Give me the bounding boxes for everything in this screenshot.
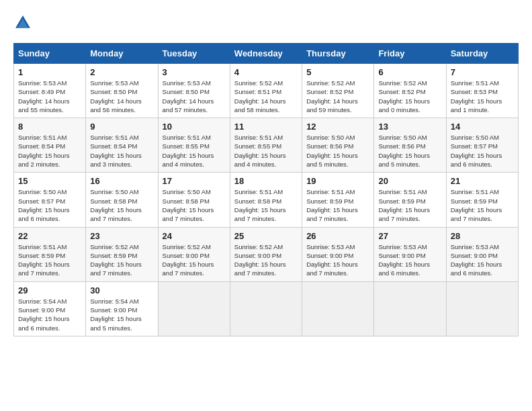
col-header-thursday: Thursday bbox=[302, 44, 374, 64]
day-number: 27 bbox=[378, 231, 441, 241]
day-detail: Sunrise: 5:53 AM Sunset: 9:00 PM Dayligh… bbox=[306, 242, 369, 278]
calendar-table: SundayMondayTuesdayWednesdayThursdayFrid… bbox=[13, 43, 519, 336]
day-number: 15 bbox=[18, 176, 81, 186]
col-header-wednesday: Wednesday bbox=[230, 44, 302, 64]
day-number: 3 bbox=[163, 67, 226, 77]
calendar-cell: 16 Sunrise: 5:50 AM Sunset: 8:58 PM Dayl… bbox=[86, 173, 158, 227]
calendar-cell bbox=[302, 281, 374, 336]
day-number: 11 bbox=[234, 122, 298, 132]
day-number: 18 bbox=[234, 176, 298, 186]
calendar-header-row: SundayMondayTuesdayWednesdayThursdayFrid… bbox=[14, 44, 519, 64]
calendar-cell: 5 Sunrise: 5:52 AM Sunset: 8:52 PM Dayli… bbox=[302, 64, 374, 118]
calendar-cell: 24 Sunrise: 5:52 AM Sunset: 9:00 PM Dayl… bbox=[158, 227, 230, 281]
day-detail: Sunrise: 5:50 AM Sunset: 8:56 PM Dayligh… bbox=[378, 133, 441, 169]
calendar-cell bbox=[446, 281, 518, 336]
day-number: 4 bbox=[234, 67, 298, 77]
col-header-tuesday: Tuesday bbox=[158, 44, 230, 64]
calendar-week-row: 15 Sunrise: 5:50 AM Sunset: 8:57 PM Dayl… bbox=[14, 173, 519, 227]
day-detail: Sunrise: 5:53 AM Sunset: 8:50 PM Dayligh… bbox=[163, 79, 226, 114]
day-number: 16 bbox=[90, 176, 153, 186]
day-detail: Sunrise: 5:50 AM Sunset: 8:57 PM Dayligh… bbox=[451, 133, 514, 169]
day-detail: Sunrise: 5:51 AM Sunset: 8:59 PM Dayligh… bbox=[451, 187, 514, 223]
calendar-cell: 4 Sunrise: 5:52 AM Sunset: 8:51 PM Dayli… bbox=[230, 64, 302, 118]
day-detail: Sunrise: 5:51 AM Sunset: 8:54 PM Dayligh… bbox=[18, 133, 81, 169]
day-detail: Sunrise: 5:51 AM Sunset: 8:55 PM Dayligh… bbox=[234, 133, 298, 169]
calendar-cell: 20 Sunrise: 5:51 AM Sunset: 8:59 PM Dayl… bbox=[374, 173, 446, 227]
day-number: 7 bbox=[451, 67, 514, 77]
day-detail: Sunrise: 5:53 AM Sunset: 9:00 PM Dayligh… bbox=[451, 242, 514, 278]
calendar-cell: 30 Sunrise: 5:54 AM Sunset: 9:00 PM Dayl… bbox=[86, 281, 158, 336]
day-detail: Sunrise: 5:52 AM Sunset: 9:00 PM Dayligh… bbox=[163, 242, 226, 278]
day-number: 21 bbox=[451, 176, 514, 186]
day-number: 28 bbox=[451, 231, 514, 241]
calendar-cell: 26 Sunrise: 5:53 AM Sunset: 9:00 PM Dayl… bbox=[302, 227, 374, 281]
calendar-week-row: 29 Sunrise: 5:54 AM Sunset: 9:00 PM Dayl… bbox=[14, 281, 519, 336]
calendar-cell: 15 Sunrise: 5:50 AM Sunset: 8:57 PM Dayl… bbox=[14, 173, 86, 227]
day-number: 26 bbox=[306, 231, 369, 241]
col-header-friday: Friday bbox=[374, 44, 446, 64]
calendar-cell: 28 Sunrise: 5:53 AM Sunset: 9:00 PM Dayl… bbox=[446, 227, 518, 281]
calendar-cell: 23 Sunrise: 5:52 AM Sunset: 8:59 PM Dayl… bbox=[86, 227, 158, 281]
day-detail: Sunrise: 5:53 AM Sunset: 8:50 PM Dayligh… bbox=[90, 79, 153, 114]
calendar-cell: 22 Sunrise: 5:51 AM Sunset: 8:59 PM Dayl… bbox=[14, 227, 86, 281]
day-number: 22 bbox=[18, 231, 81, 241]
calendar-cell: 10 Sunrise: 5:51 AM Sunset: 8:55 PM Dayl… bbox=[158, 118, 230, 173]
calendar-week-row: 22 Sunrise: 5:51 AM Sunset: 8:59 PM Dayl… bbox=[14, 227, 519, 281]
day-number: 8 bbox=[18, 122, 81, 132]
day-detail: Sunrise: 5:51 AM Sunset: 8:59 PM Dayligh… bbox=[378, 187, 441, 223]
day-number: 2 bbox=[90, 67, 153, 77]
page-header bbox=[13, 13, 519, 32]
day-detail: Sunrise: 5:51 AM Sunset: 8:55 PM Dayligh… bbox=[163, 133, 226, 169]
calendar-cell: 19 Sunrise: 5:51 AM Sunset: 8:59 PM Dayl… bbox=[302, 173, 374, 227]
calendar-cell: 21 Sunrise: 5:51 AM Sunset: 8:59 PM Dayl… bbox=[446, 173, 518, 227]
day-number: 20 bbox=[378, 176, 441, 186]
day-number: 6 bbox=[378, 67, 441, 77]
col-header-sunday: Sunday bbox=[14, 44, 86, 64]
calendar-cell: 6 Sunrise: 5:52 AM Sunset: 8:52 PM Dayli… bbox=[374, 64, 446, 118]
day-detail: Sunrise: 5:51 AM Sunset: 8:53 PM Dayligh… bbox=[451, 79, 514, 114]
day-number: 10 bbox=[163, 122, 226, 132]
day-detail: Sunrise: 5:51 AM Sunset: 8:54 PM Dayligh… bbox=[90, 133, 153, 169]
day-number: 1 bbox=[18, 67, 81, 77]
logo-icon bbox=[13, 13, 32, 32]
day-detail: Sunrise: 5:50 AM Sunset: 8:57 PM Dayligh… bbox=[18, 187, 81, 223]
col-header-monday: Monday bbox=[86, 44, 158, 64]
calendar-cell bbox=[158, 281, 230, 336]
day-number: 12 bbox=[306, 122, 369, 132]
day-number: 24 bbox=[163, 231, 226, 241]
day-number: 30 bbox=[90, 285, 153, 295]
day-number: 5 bbox=[306, 67, 369, 77]
day-detail: Sunrise: 5:51 AM Sunset: 8:59 PM Dayligh… bbox=[306, 187, 369, 223]
day-detail: Sunrise: 5:52 AM Sunset: 8:51 PM Dayligh… bbox=[234, 79, 298, 114]
calendar-cell: 14 Sunrise: 5:50 AM Sunset: 8:57 PM Dayl… bbox=[446, 118, 518, 173]
calendar-cell: 18 Sunrise: 5:51 AM Sunset: 8:58 PM Dayl… bbox=[230, 173, 302, 227]
calendar-cell: 1 Sunrise: 5:53 AM Sunset: 8:49 PM Dayli… bbox=[14, 64, 86, 118]
day-detail: Sunrise: 5:52 AM Sunset: 8:59 PM Dayligh… bbox=[90, 242, 153, 278]
day-detail: Sunrise: 5:51 AM Sunset: 8:59 PM Dayligh… bbox=[18, 242, 81, 278]
calendar-cell: 9 Sunrise: 5:51 AM Sunset: 8:54 PM Dayli… bbox=[86, 118, 158, 173]
day-detail: Sunrise: 5:52 AM Sunset: 9:00 PM Dayligh… bbox=[234, 242, 298, 278]
calendar-cell: 27 Sunrise: 5:53 AM Sunset: 9:00 PM Dayl… bbox=[374, 227, 446, 281]
day-detail: Sunrise: 5:52 AM Sunset: 8:52 PM Dayligh… bbox=[306, 79, 369, 114]
calendar-week-row: 8 Sunrise: 5:51 AM Sunset: 8:54 PM Dayli… bbox=[14, 118, 519, 173]
day-detail: Sunrise: 5:53 AM Sunset: 9:00 PM Dayligh… bbox=[378, 242, 441, 278]
logo bbox=[13, 13, 35, 32]
day-number: 23 bbox=[90, 231, 153, 241]
calendar-cell: 11 Sunrise: 5:51 AM Sunset: 8:55 PM Dayl… bbox=[230, 118, 302, 173]
calendar-cell: 25 Sunrise: 5:52 AM Sunset: 9:00 PM Dayl… bbox=[230, 227, 302, 281]
calendar-cell: 12 Sunrise: 5:50 AM Sunset: 8:56 PM Dayl… bbox=[302, 118, 374, 173]
day-detail: Sunrise: 5:50 AM Sunset: 8:58 PM Dayligh… bbox=[163, 187, 226, 223]
day-number: 14 bbox=[451, 122, 514, 132]
day-detail: Sunrise: 5:50 AM Sunset: 8:58 PM Dayligh… bbox=[90, 187, 153, 223]
calendar-cell: 29 Sunrise: 5:54 AM Sunset: 9:00 PM Dayl… bbox=[14, 281, 86, 336]
calendar-week-row: 1 Sunrise: 5:53 AM Sunset: 8:49 PM Dayli… bbox=[14, 64, 519, 118]
day-number: 19 bbox=[306, 176, 369, 186]
calendar-cell: 2 Sunrise: 5:53 AM Sunset: 8:50 PM Dayli… bbox=[86, 64, 158, 118]
day-detail: Sunrise: 5:51 AM Sunset: 8:58 PM Dayligh… bbox=[234, 187, 298, 223]
day-number: 13 bbox=[378, 122, 441, 132]
day-detail: Sunrise: 5:54 AM Sunset: 9:00 PM Dayligh… bbox=[18, 297, 81, 332]
calendar-cell: 3 Sunrise: 5:53 AM Sunset: 8:50 PM Dayli… bbox=[158, 64, 230, 118]
calendar-cell: 13 Sunrise: 5:50 AM Sunset: 8:56 PM Dayl… bbox=[374, 118, 446, 173]
day-detail: Sunrise: 5:53 AM Sunset: 8:49 PM Dayligh… bbox=[18, 79, 81, 114]
calendar-cell: 7 Sunrise: 5:51 AM Sunset: 8:53 PM Dayli… bbox=[446, 64, 518, 118]
